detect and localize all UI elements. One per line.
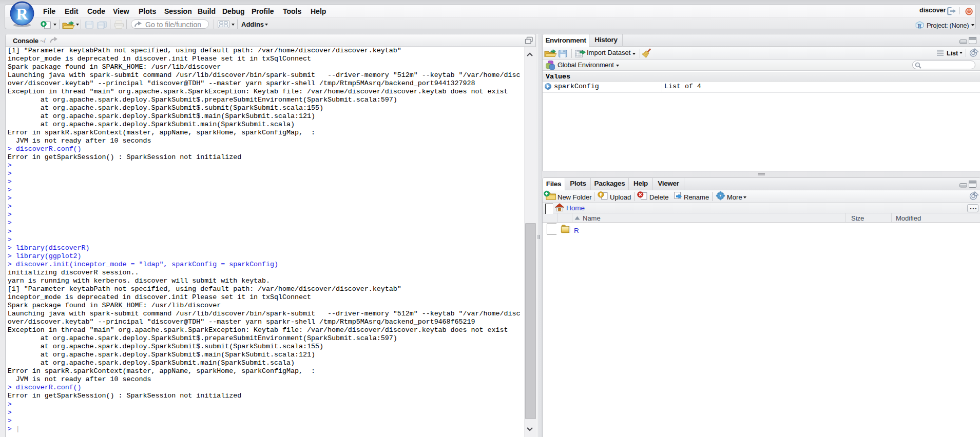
svg-text:R: R [16, 5, 28, 23]
svg-text:R: R [918, 24, 921, 29]
